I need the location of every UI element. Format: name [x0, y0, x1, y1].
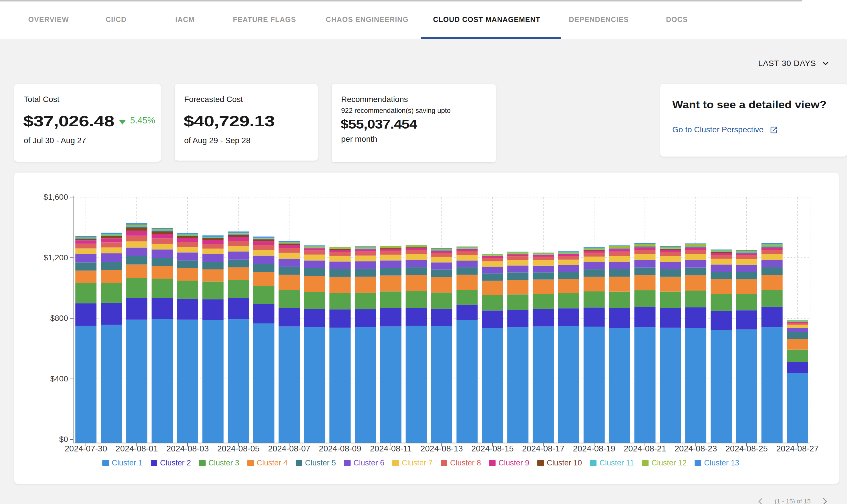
svg-text:2024-08-13: 2024-08-13	[420, 444, 463, 453]
svg-text:$400: $400	[50, 374, 68, 383]
svg-text:2024-08-05: 2024-08-05	[217, 444, 259, 453]
svg-text:2024-07-30: 2024-07-30	[65, 444, 107, 453]
svg-text:2024-08-09: 2024-08-09	[319, 444, 361, 453]
svg-text:2024-08-07: 2024-08-07	[268, 444, 310, 453]
svg-text:2024-08-19: 2024-08-19	[573, 444, 615, 453]
svg-text:2024-08-11: 2024-08-11	[370, 444, 412, 453]
svg-text:2024-08-03: 2024-08-03	[167, 444, 209, 453]
svg-text:2024-08-23: 2024-08-23	[675, 444, 717, 453]
svg-text:2024-08-15: 2024-08-15	[471, 444, 514, 453]
svg-text:$1,200: $1,200	[44, 253, 68, 262]
svg-text:2024-08-27: 2024-08-27	[776, 444, 818, 453]
svg-text:2024-08-25: 2024-08-25	[726, 444, 768, 453]
svg-text:2024-08-21: 2024-08-21	[624, 444, 666, 453]
svg-text:$1,600: $1,600	[44, 193, 68, 201]
svg-text:$0: $0	[59, 435, 68, 444]
svg-text:2024-08-17: 2024-08-17	[522, 444, 565, 453]
svg-text:2024-08-01: 2024-08-01	[116, 444, 158, 453]
svg-text:$800: $800	[50, 314, 68, 323]
